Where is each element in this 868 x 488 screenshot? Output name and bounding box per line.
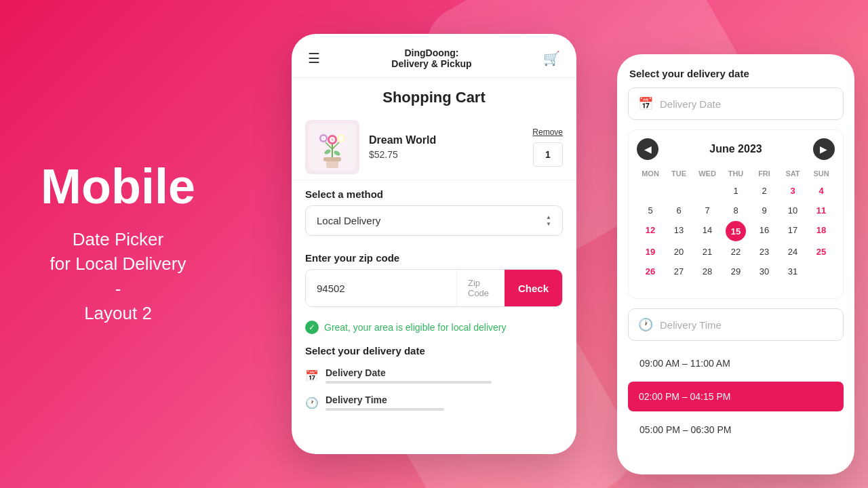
calendar-day[interactable]: 9 xyxy=(751,201,778,220)
clock-small-icon: 🕐 xyxy=(305,396,319,409)
calendar-day[interactable]: 2 xyxy=(751,182,778,200)
time-input-row[interactable]: 🕐 Delivery Time xyxy=(628,308,844,341)
app-title: DingDoong: Delivery & Pickup xyxy=(391,47,471,69)
delivery-date-section: Select your delivery date 📅 Delivery Dat… xyxy=(292,340,576,422)
calendar-day[interactable]: 4 xyxy=(808,182,835,200)
calendar-day-header: SUN xyxy=(808,167,835,180)
method-label: Select a method xyxy=(305,188,563,200)
app-header: ☰ DingDoong: Delivery & Pickup 🛒 xyxy=(292,34,576,78)
svg-rect-2 xyxy=(323,157,341,161)
method-section: Select a method Local Delivery ▲ ▼ xyxy=(292,180,576,244)
calendar-day xyxy=(694,182,721,200)
delivery-time-field[interactable]: 🕐 Delivery Time xyxy=(305,389,563,416)
svg-point-14 xyxy=(340,137,342,140)
calendar-day[interactable]: 3 xyxy=(779,182,806,200)
calendar-day xyxy=(637,182,664,200)
calendar-day[interactable]: 5 xyxy=(637,201,664,220)
delivery-section-label: Select your delivery date xyxy=(305,345,563,357)
svg-point-8 xyxy=(331,138,334,141)
page-title: Shopping Cart xyxy=(292,78,576,115)
calendar-box: ◀ June 2023 ▶ MONTUEWEDTHUFRISATSUN12345… xyxy=(628,129,844,299)
main-title: Mobile xyxy=(41,162,195,211)
calendar-day[interactable]: 12 xyxy=(637,221,664,241)
prev-month-button[interactable]: ◀ xyxy=(637,138,658,160)
calendar-day[interactable]: 13 xyxy=(665,221,692,241)
calendar-day[interactable]: 27 xyxy=(665,262,692,281)
dropdown-arrows-icon: ▲ ▼ xyxy=(546,214,551,227)
zip-placeholder-label: Zip Code xyxy=(456,270,505,306)
svg-point-11 xyxy=(322,137,325,140)
calendar-day[interactable]: 28 xyxy=(694,262,721,281)
calendar-day[interactable]: 18 xyxy=(808,221,835,241)
check-circle-icon: ✓ xyxy=(305,321,319,334)
calendar-small-icon: 📅 xyxy=(305,369,319,382)
hamburger-icon[interactable]: ☰ xyxy=(308,50,320,66)
method-selected: Local Delivery xyxy=(317,215,380,226)
success-text: Great, your area is eligible for local d… xyxy=(324,322,506,333)
calendar-day[interactable]: 15 xyxy=(726,221,746,241)
quantity-box[interactable]: 1 xyxy=(533,142,563,167)
flower-illustration xyxy=(309,123,356,171)
calendar-day[interactable]: 14 xyxy=(694,221,721,241)
right-section-title: Select your delivery date xyxy=(628,68,844,79)
calendar-day[interactable]: 22 xyxy=(722,243,749,261)
date-input-row[interactable]: 📅 Delivery Date xyxy=(628,87,844,120)
delivery-time-content: Delivery Time xyxy=(326,394,563,411)
left-panel: Mobile Date Picker for Local Delivery - … xyxy=(41,162,195,326)
calendar-day[interactable]: 17 xyxy=(779,221,806,241)
calendar-day xyxy=(665,182,692,200)
calendar-day[interactable]: 31 xyxy=(779,262,806,281)
calendar-day-header: MON xyxy=(637,167,664,180)
product-info: Dream World $52.75 xyxy=(369,134,523,160)
calendar-day[interactable]: 6 xyxy=(665,201,692,220)
phone-right: Select your delivery date 📅 Delivery Dat… xyxy=(617,54,854,474)
remove-button[interactable]: Remove xyxy=(532,127,563,137)
time-slot-0[interactable]: 09:00 AM – 11:00 AM xyxy=(628,348,844,379)
success-message: ✓ Great, your area is eligible for local… xyxy=(292,315,576,340)
time-input-placeholder: Delivery Time xyxy=(660,319,722,331)
calendar-day[interactable]: 1 xyxy=(722,182,749,200)
delivery-date-bar xyxy=(326,381,492,384)
date-input-placeholder: Delivery Date xyxy=(660,98,721,110)
time-slot-2[interactable]: 05:00 PM – 06:30 PM xyxy=(628,414,844,445)
calendar-grid: MONTUEWEDTHUFRISATSUN1234567891011121314… xyxy=(637,167,835,290)
calendar-day[interactable]: 11 xyxy=(808,201,835,220)
calendar-day-header: SAT xyxy=(779,167,806,180)
calendar-day-header: FRI xyxy=(751,167,778,180)
time-slot-1[interactable]: 02:00 PM – 04:15 PM xyxy=(628,382,844,411)
phone-left: ☰ DingDoong: Delivery & Pickup 🛒 Shoppin… xyxy=(292,34,576,454)
zip-label: Enter your zip code xyxy=(305,252,563,264)
calendar-day[interactable]: 21 xyxy=(694,243,721,261)
calendar-day[interactable]: 20 xyxy=(665,243,692,261)
check-button[interactable]: Check xyxy=(505,270,562,306)
product-image xyxy=(305,120,359,174)
calendar-day xyxy=(808,262,835,281)
method-dropdown[interactable]: Local Delivery ▲ ▼ xyxy=(305,205,563,236)
calendar-day[interactable]: 26 xyxy=(637,262,664,281)
calendar-day-header: THU xyxy=(722,167,749,180)
delivery-date-field[interactable]: 📅 Delivery Date xyxy=(305,362,563,389)
calendar-day[interactable]: 24 xyxy=(779,243,806,261)
product-actions: Remove 1 xyxy=(532,127,563,167)
delivery-date-label: Delivery Date xyxy=(326,367,563,378)
calendar-day[interactable]: 23 xyxy=(751,243,778,261)
calendar-day[interactable]: 7 xyxy=(694,201,721,220)
calendar-day[interactable]: 8 xyxy=(722,201,749,220)
delivery-time-bar xyxy=(326,408,444,411)
zip-section: Enter your zip code Zip Code Check xyxy=(292,244,576,315)
next-month-button[interactable]: ▶ xyxy=(813,138,835,160)
calendar-day[interactable]: 30 xyxy=(751,262,778,281)
product-price: $52.75 xyxy=(369,149,523,160)
calendar-day[interactable]: 25 xyxy=(808,243,835,261)
calendar-day[interactable]: 29 xyxy=(722,262,749,281)
product-row: Dream World $52.75 Remove 1 xyxy=(292,115,576,180)
zip-input[interactable] xyxy=(306,270,456,306)
calendar-day-header: WED xyxy=(694,167,721,180)
calendar-nav: ◀ June 2023 ▶ xyxy=(637,138,835,160)
cart-icon[interactable]: 🛒 xyxy=(543,50,560,66)
calendar-day[interactable]: 10 xyxy=(779,201,806,220)
calendar-day[interactable]: 19 xyxy=(637,243,664,261)
calendar-day-header: TUE xyxy=(665,167,692,180)
calendar-day[interactable]: 16 xyxy=(751,221,778,241)
product-name: Dream World xyxy=(369,134,523,146)
